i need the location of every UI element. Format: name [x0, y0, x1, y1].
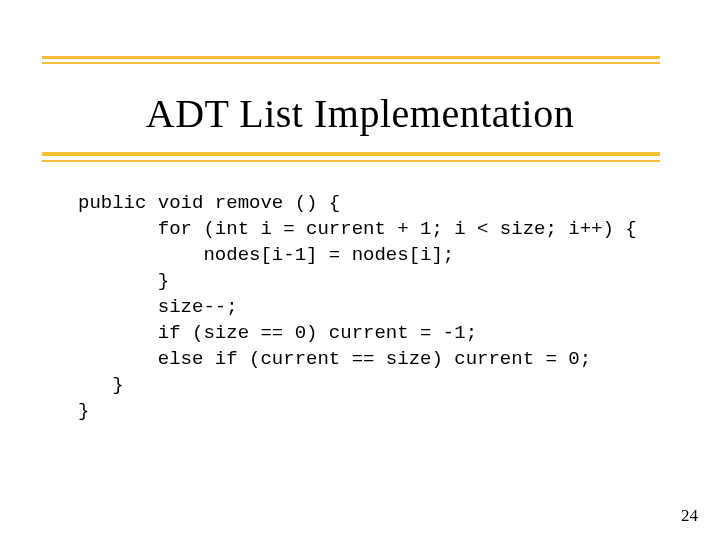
code-line: } — [78, 400, 89, 422]
decorative-lines-top — [42, 52, 660, 68]
code-line: nodes[i-1] = nodes[i]; — [78, 244, 454, 266]
code-line: } — [78, 374, 124, 396]
decorative-line — [42, 62, 660, 64]
decorative-line — [42, 56, 660, 59]
code-line: size--; — [78, 296, 238, 318]
slide-number: 24 — [681, 506, 698, 526]
code-line: else if (current == size) current = 0; — [78, 348, 591, 370]
decorative-lines-middle — [42, 148, 660, 168]
slide-title: ADT List Implementation — [0, 90, 720, 137]
code-block: public void remove () { for (int i = cur… — [78, 190, 637, 424]
code-line: } — [78, 270, 169, 292]
slide: ADT List Implementation public void remo… — [0, 0, 720, 540]
code-line: public void remove () { — [78, 192, 340, 214]
code-line: for (int i = current + 1; i < size; i++)… — [78, 218, 637, 240]
decorative-line — [42, 152, 660, 156]
code-line: if (size == 0) current = -1; — [78, 322, 477, 344]
decorative-line — [42, 160, 660, 162]
